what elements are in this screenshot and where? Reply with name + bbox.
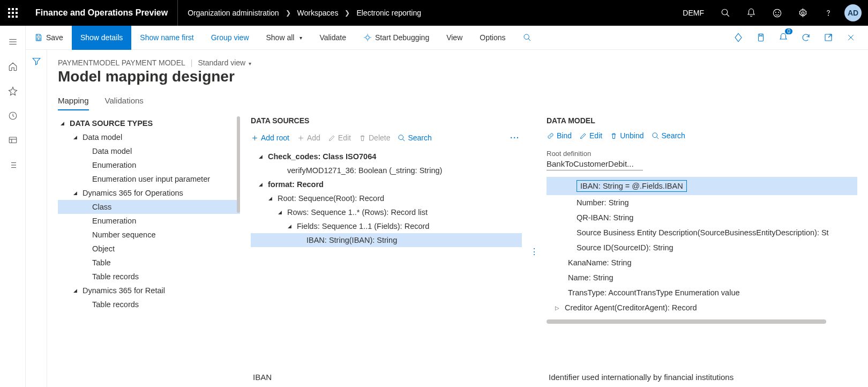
expander-icon[interactable]	[256, 182, 265, 187]
save-button[interactable]: Save	[26, 26, 72, 50]
tree-item[interactable]: TransType: AccountTransType Enumeration …	[547, 285, 857, 300]
tree-item[interactable]: Fields: Sequence 1..1 (Fields): Record	[251, 219, 522, 233]
tree-item[interactable]: Enumeration user input parameter	[58, 172, 240, 186]
tree-item[interactable]: Object	[58, 242, 240, 256]
feedback-icon[interactable]	[764, 0, 790, 26]
expander-icon[interactable]	[275, 210, 284, 215]
tree-item[interactable]: Data model	[58, 144, 240, 158]
help-icon[interactable]	[815, 0, 841, 26]
action-bar: Save Show details Show name first Group …	[26, 26, 868, 50]
crumb-path[interactable]: PAYMENTMODEL PAYMENT MODEL	[58, 58, 185, 67]
menu-toggle-icon[interactable]	[2, 31, 24, 53]
save-label: Save	[46, 33, 63, 42]
unbind-button[interactable]: Unbind	[610, 131, 643, 140]
search-icon[interactable]	[713, 0, 738, 26]
page-title: Model mapping designer	[58, 68, 857, 85]
tree-item[interactable]: Creditor Agent(CreditorAgent): Record	[547, 300, 857, 315]
expander-icon[interactable]	[71, 190, 79, 196]
tree-item[interactable]: Source ID(SourceID): String	[547, 240, 857, 255]
tree-item[interactable]: Source Business Entity Description(Sourc…	[547, 225, 857, 240]
breadcrumb-item[interactable]: Organization administration	[188, 9, 279, 17]
tree-item[interactable]: KanaName: String	[547, 255, 857, 270]
tree-item[interactable]: Table	[58, 256, 240, 270]
tree-item-class[interactable]: Class	[58, 200, 240, 214]
svg-rect-5	[16, 12, 18, 14]
tree-item[interactable]: Number sequence	[58, 228, 240, 242]
root-definition-value[interactable]: BankToCustomerDebit...	[547, 158, 643, 170]
modules-list-icon[interactable]	[2, 154, 24, 176]
expander-icon[interactable]	[71, 288, 79, 293]
tree-item-iban-binding[interactable]: IBAN: String = @.Fields.IBAN	[547, 177, 857, 195]
home-icon[interactable]	[2, 56, 24, 77]
add-root-button[interactable]: Add root	[251, 133, 289, 142]
workspaces-icon[interactable]	[2, 130, 24, 151]
delete-button[interactable]: Delete	[358, 133, 390, 142]
search-button[interactable]: Search	[652, 131, 685, 140]
expander-icon[interactable]	[58, 121, 66, 126]
expander-icon[interactable]	[266, 196, 274, 201]
expander-icon[interactable]	[256, 154, 265, 159]
scrollbar-thumb[interactable]	[237, 116, 240, 213]
options-menu[interactable]: Options	[471, 26, 514, 50]
svg-rect-29	[37, 38, 40, 40]
tree-item[interactable]: Table records	[58, 270, 240, 284]
tree-item[interactable]: format: Record	[251, 177, 522, 191]
recent-clock-icon[interactable]	[2, 105, 24, 126]
tab-validations[interactable]: Validations	[105, 92, 144, 110]
edit-button[interactable]: Edit	[328, 133, 351, 142]
search-action-icon[interactable]	[514, 26, 540, 50]
notification-bell-icon[interactable]: 0	[773, 27, 794, 48]
svg-point-45	[399, 135, 403, 139]
tree-heading[interactable]: DATA SOURCE TYPES	[58, 116, 240, 130]
tree-item[interactable]: verifyMOD1271_36: Boolean (_string: Stri…	[251, 163, 522, 177]
expander-icon[interactable]	[553, 305, 562, 311]
validate-button[interactable]: Validate	[311, 26, 355, 50]
expander-icon[interactable]	[71, 135, 79, 140]
diamond-icon[interactable]	[728, 27, 749, 48]
filter-icon[interactable]	[32, 56, 41, 387]
tree-item[interactable]: Name: String	[547, 270, 857, 285]
tree-item[interactable]: Dynamics 365 for Operations	[58, 186, 240, 200]
app-launcher-button[interactable]	[0, 0, 26, 26]
group-view-button[interactable]: Group view	[203, 26, 258, 50]
tree-item[interactable]: Enumeration	[58, 158, 240, 172]
tree-item[interactable]: Table records	[58, 297, 240, 311]
tree-item[interactable]: Check_codes: Class ISO7064	[251, 150, 522, 163]
tree-item[interactable]: Number: String	[547, 195, 857, 210]
expander-icon[interactable]	[285, 224, 294, 229]
tree-item[interactable]: Root: Sequence(Root): Record	[251, 191, 522, 205]
add-button[interactable]: Add	[297, 133, 320, 142]
tab-mapping[interactable]: Mapping	[58, 92, 89, 110]
show-details-button[interactable]: Show details	[72, 26, 131, 50]
tree-item[interactable]: Rows: Sequence 1..* (Rows): Record list	[251, 205, 522, 219]
tree-item-iban[interactable]: IBAN: String(IBAN): String	[251, 233, 522, 247]
more-actions-icon[interactable]: ···	[508, 131, 522, 144]
attach-icon[interactable]	[750, 27, 772, 48]
search-button[interactable]: Search	[398, 133, 431, 142]
close-icon[interactable]	[840, 27, 862, 48]
splitter-handle[interactable]: ⋮	[533, 116, 536, 387]
gear-icon[interactable]	[790, 0, 815, 26]
start-debugging-button[interactable]: Start Debugging	[355, 26, 438, 50]
refresh-icon[interactable]	[795, 27, 817, 48]
bind-button[interactable]: Bind	[547, 131, 572, 140]
tree-item[interactable]: Enumeration	[58, 214, 240, 228]
favorites-star-icon[interactable]	[2, 80, 24, 102]
show-details-label: Show details	[80, 33, 123, 42]
tree-item[interactable]: QR-IBAN: String	[547, 210, 857, 225]
breadcrumb-item[interactable]: Electronic reporting	[356, 9, 421, 17]
edit-button[interactable]: Edit	[579, 131, 602, 140]
show-name-first-button[interactable]: Show name first	[131, 26, 202, 50]
popout-icon[interactable]	[818, 27, 839, 48]
horizontal-scrollbar[interactable]	[547, 319, 826, 324]
tree-item[interactable]: Dynamics 365 for Retail	[58, 284, 240, 297]
show-all-dropdown[interactable]: Show all▾	[258, 26, 311, 50]
data-sources-toolbar: Add root Add Edit Delete Search ···	[251, 129, 522, 146]
tree-item[interactable]: Data model	[58, 130, 240, 144]
view-menu[interactable]: View	[438, 26, 471, 50]
view-name[interactable]: Standard view ▾	[198, 58, 251, 67]
breadcrumb-item[interactable]: Workspaces	[297, 9, 339, 17]
avatar[interactable]: AD	[844, 4, 862, 21]
bell-icon[interactable]	[738, 0, 764, 26]
environment-label[interactable]: DEMF	[674, 9, 713, 17]
